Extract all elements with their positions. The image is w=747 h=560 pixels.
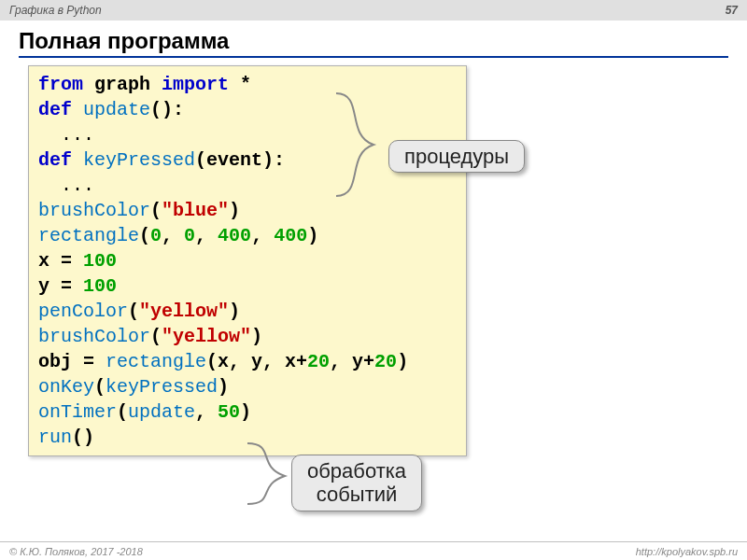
callout-events: обработка событий: [291, 455, 422, 511]
callout-text: процедуры: [404, 145, 509, 168]
ellipsis: ...: [61, 175, 94, 196]
callout-procedures: процедуры: [388, 140, 525, 173]
paren: (: [117, 401, 128, 423]
slide-heading: Полная программа: [19, 28, 728, 58]
fn-ontimer: onTimer: [38, 401, 117, 423]
ellipsis: ...: [61, 124, 94, 146]
arg-update: update: [128, 401, 195, 423]
assign-x: x =: [38, 250, 83, 272]
paren: (): [72, 427, 94, 448]
copyright: © К.Ю. Поляков, 2017 -2018: [9, 546, 143, 557]
callout-text-line1: обработка: [307, 459, 406, 483]
fn-rectangle: rectangle: [106, 351, 206, 372]
paren: ): [240, 401, 251, 423]
paren: ): [251, 326, 262, 347]
comma: ,: [162, 225, 184, 246]
footer-bar: © К.Ю. Поляков, 2017 -2018 http://kpolya…: [0, 541, 747, 560]
paren: ): [397, 351, 408, 372]
fn-brushcolor: brushColor: [38, 326, 150, 347]
comma: ,: [251, 225, 274, 246]
args: , y+: [330, 351, 374, 372]
str-yellow: "yellow": [162, 326, 251, 347]
site-url: http://kpolyakov.spb.ru: [636, 546, 738, 557]
fn-pencolor: penColor: [38, 301, 128, 322]
fn-update: update: [83, 99, 150, 120]
paren: ():: [150, 99, 184, 120]
paren: ): [218, 376, 229, 398]
fn-rectangle: rectangle: [38, 225, 139, 246]
header-title: Графика в Python: [9, 4, 102, 17]
num: 100: [83, 275, 117, 297]
kw-from: from: [38, 74, 83, 95]
paren: ): [229, 200, 240, 221]
num: 0: [150, 225, 162, 246]
mod-graph: graph: [94, 74, 150, 95]
header-bar: Графика в Python 57: [0, 0, 747, 21]
paren: (: [94, 376, 106, 398]
kw-def: def: [38, 99, 72, 120]
paren: ): [307, 225, 318, 246]
callout-text-line2: событий: [317, 483, 398, 506]
num: 20: [374, 351, 397, 372]
assign-y: y =: [38, 275, 83, 297]
comma: ,: [195, 401, 218, 423]
num: 50: [218, 401, 240, 423]
title-area: Полная программа: [0, 21, 747, 58]
str-blue: "blue": [162, 200, 229, 221]
assign-obj: obj =: [38, 351, 106, 372]
fn-onkey: onKey: [38, 376, 94, 398]
arg-keypressed: keyPressed: [106, 376, 218, 398]
fn-brushcolor: brushColor: [38, 200, 150, 221]
comma: ,: [195, 225, 218, 246]
kw-import: import: [162, 74, 229, 95]
page-number: 57: [726, 4, 738, 17]
paren: (: [150, 200, 162, 221]
paren: (: [128, 301, 139, 322]
args: (x, y, x+: [206, 351, 307, 372]
star: *: [240, 74, 251, 95]
paren: (: [150, 326, 162, 347]
paren: (event):: [195, 149, 285, 171]
fn-keypressed: keyPressed: [83, 149, 195, 171]
num: 0: [184, 225, 195, 246]
str-yellow: "yellow": [139, 301, 229, 322]
num: 100: [83, 250, 117, 272]
num: 400: [274, 225, 307, 246]
kw-def: def: [38, 149, 72, 171]
paren: (: [139, 225, 150, 246]
num: 400: [218, 225, 251, 246]
code-box: from graph import * def update(): ... de…: [28, 65, 467, 456]
fn-run: run: [38, 427, 72, 448]
paren: ): [229, 301, 240, 322]
num: 20: [307, 351, 330, 372]
